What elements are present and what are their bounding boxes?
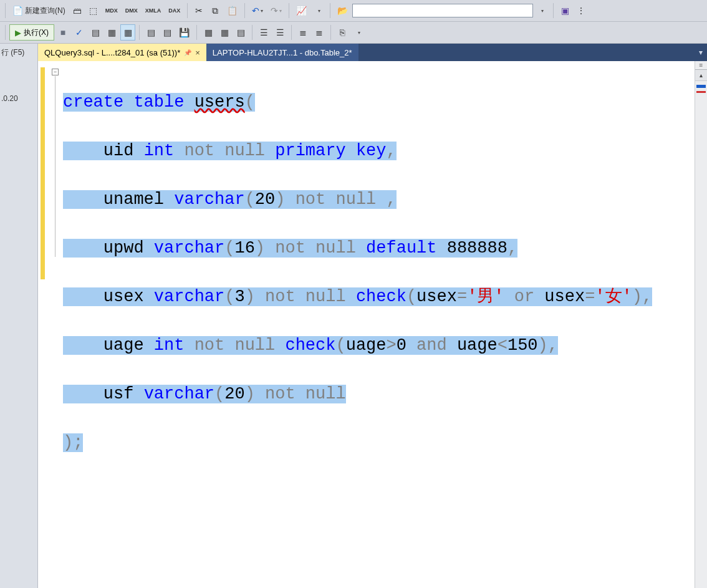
tab-active-label: QLQuery3.sql - L....t284_01 (sa (51))* <box>44 48 180 57</box>
query-toolbar: ▶ 执行(X) ■ ✓ ▤ ▦ ▦ ▤ ▤ 💾 ▦ ▦ ▤ ☰ ☰ ≣ ≣ ⎘ … <box>0 22 707 44</box>
cube-button-1[interactable]: ⬚ <box>86 2 101 19</box>
grid-icon: ▦ <box>108 28 116 37</box>
save-icon: 💾 <box>179 28 190 37</box>
code-line: usex varchar(3) not null check(usex='男' … <box>63 285 695 309</box>
code-editor[interactable]: − create table users( uid int not null p… <box>38 61 707 588</box>
tb-btn-d[interactable]: ▦ <box>201 24 216 41</box>
dax-button[interactable]: DAX <box>165 2 183 19</box>
folder-icon: 📂 <box>337 6 348 15</box>
server-fragment-label: .0.20 <box>1 94 36 103</box>
tb-btn-c[interactable]: 💾 <box>176 24 193 41</box>
grid2-icon: ▦ <box>124 28 132 37</box>
separator <box>196 25 197 40</box>
tab-inactive[interactable]: LAPTOP-HLAU2TJT...1 - dbo.Table_2* <box>206 44 358 61</box>
tb-btn-b[interactable]: ▤ <box>160 24 175 41</box>
dropdown-icon: ▾ <box>261 8 263 14</box>
separator <box>291 25 292 40</box>
dax-label: DAX <box>168 7 180 14</box>
copy-button[interactable]: ⧉ <box>208 2 223 19</box>
code-line: usf varchar(20) not null <box>63 382 695 407</box>
mdx-button[interactable]: MDX <box>102 2 121 19</box>
report-button[interactable]: 📈 <box>293 2 310 19</box>
dmx-button[interactable]: DMX <box>122 2 141 19</box>
stop-icon: ■ <box>60 28 65 37</box>
copy-icon: ⧉ <box>212 6 218 15</box>
chart-icon: 📈 <box>296 6 307 15</box>
comment-button[interactable]: ≣ <box>296 24 310 41</box>
separator <box>330 3 330 18</box>
play-icon: ▶ <box>15 28 21 37</box>
tabs-menu-button[interactable]: ▾ <box>695 48 707 57</box>
editor-pane: QLQuery3.sql - L....t284_01 (sa (51))* 📌… <box>38 44 707 588</box>
options-button-2[interactable]: ▦ <box>120 24 135 41</box>
xmla-label: XMLA <box>145 7 161 14</box>
solution-button[interactable]: ▣ <box>557 2 572 19</box>
code-line: upwd varchar(16) not null default 888888… <box>63 236 695 261</box>
indent-button[interactable]: ☰ <box>256 24 271 41</box>
plan-button[interactable]: ▤ <box>88 24 103 41</box>
paste-icon: 📋 <box>227 6 238 15</box>
outdent-button[interactable]: ☰ <box>272 24 287 41</box>
uncomment-icon: ≣ <box>315 28 323 37</box>
xmla-button[interactable]: XMLA <box>142 2 165 19</box>
tab-spacer <box>358 44 695 61</box>
db-icon: 🗃 <box>73 6 82 15</box>
dropdown-icon: ▾ <box>358 30 360 36</box>
split-handle[interactable]: ≡ <box>695 61 707 70</box>
redo-button[interactable]: ↷▾ <box>267 2 285 19</box>
sqlcmd-icon: ⎘ <box>340 28 345 37</box>
redo-icon: ↷ <box>271 6 278 15</box>
tab-inactive-label: LAPTOP-HLAU2TJT...1 - dbo.Table_2* <box>213 48 352 57</box>
pin-icon[interactable]: 📌 <box>184 49 191 56</box>
tb-btn-a[interactable]: ▤ <box>143 24 158 41</box>
execute-label: 执行(X) <box>24 27 49 38</box>
new-query-label: 新建查询(N) <box>25 6 65 16</box>
code-area[interactable]: create table users( uid int not null pri… <box>63 61 695 588</box>
check-icon: ✓ <box>75 28 83 37</box>
separator <box>5 3 6 18</box>
icon-d: ▦ <box>204 28 213 37</box>
folder-button[interactable]: 📂 <box>334 2 351 19</box>
sqlcmd-button[interactable]: ⎘ <box>335 24 350 41</box>
execute-button[interactable]: ▶ 执行(X) <box>9 24 54 41</box>
paste-button[interactable]: 📋 <box>224 2 241 19</box>
overflow2-button[interactable]: ▾ <box>351 24 366 41</box>
db-query-button[interactable]: 🗃 <box>70 2 85 19</box>
new-query-button[interactable]: 📄 新建查询(N) <box>9 2 69 19</box>
tb-btn-f[interactable]: ▤ <box>233 24 248 41</box>
comment-icon: ≣ <box>299 28 307 37</box>
tb-btn-e[interactable]: ▦ <box>217 24 232 41</box>
fold-toggle[interactable]: − <box>52 69 59 75</box>
icon-b: ▤ <box>163 28 171 37</box>
undo-button[interactable]: ↶▾ <box>249 2 266 19</box>
cut-button[interactable]: ✂ <box>191 2 206 19</box>
indent-icon: ☰ <box>260 28 268 37</box>
uncomment-button[interactable]: ≣ <box>312 24 327 41</box>
code-line: uid int not null primary key, <box>63 139 695 163</box>
scroll-up-button[interactable]: ▴ <box>695 70 707 81</box>
separator <box>289 3 289 18</box>
icon-f: ▤ <box>237 28 245 37</box>
object-explorer-pane[interactable]: 行 (F5) .0.20 <box>0 44 38 588</box>
main-layout: 行 (F5) .0.20 QLQuery3.sql - L....t284_01… <box>0 44 707 588</box>
separator <box>330 25 331 40</box>
close-icon[interactable]: × <box>195 48 200 57</box>
vertical-scrollbar[interactable]: ≡ ▴ <box>695 61 707 588</box>
editor-gutter: − <box>38 61 63 588</box>
change-indicator <box>41 67 45 279</box>
dropdown-button[interactable]: ▾ <box>311 2 326 19</box>
stop-button[interactable]: ■ <box>55 24 70 41</box>
search-drop-button[interactable]: ▾ <box>534 2 549 19</box>
dmx-label: DMX <box>125 7 138 14</box>
mdx-label: MDX <box>105 7 118 14</box>
separator <box>553 3 554 18</box>
main-toolbar: 📄 新建查询(N) 🗃 ⬚ MDX DMX XMLA DAX ✂ ⧉ 📋 ↶▾ … <box>0 0 707 22</box>
tab-active[interactable]: QLQuery3.sql - L....t284_01 (sa (51))* 📌… <box>38 44 206 61</box>
options-button-1[interactable]: ▦ <box>104 24 119 41</box>
fold-line <box>55 76 55 257</box>
vs-icon: ▣ <box>561 6 569 15</box>
plan-icon: ▤ <box>92 28 100 37</box>
search-input[interactable] <box>352 4 533 17</box>
parse-button[interactable]: ✓ <box>72 24 87 41</box>
overflow-button[interactable]: ⋮ <box>574 2 589 19</box>
